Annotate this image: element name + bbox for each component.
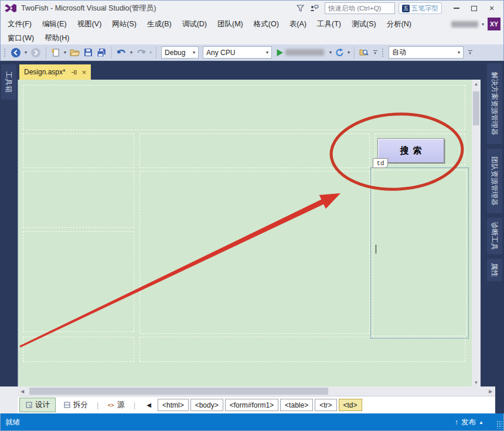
td-tag-label[interactable]: td bbox=[373, 158, 388, 168]
table-cell-bottom-right[interactable] bbox=[139, 337, 465, 362]
toolbar-separator bbox=[111, 47, 112, 59]
sidebar-tab-solution-explorer[interactable]: 解决方案资源管理器 bbox=[487, 63, 502, 144]
toolbar-separator bbox=[46, 47, 46, 59]
navigate-back-button[interactable] bbox=[9, 46, 22, 59]
maximize-button[interactable] bbox=[465, 2, 483, 15]
toolbar-overflow-icon[interactable]: ▾ bbox=[466, 50, 474, 55]
table-cell-header[interactable] bbox=[23, 85, 465, 130]
save-all-button[interactable] bbox=[96, 46, 108, 59]
vertical-scrollbar[interactable]: ▲ ▼ bbox=[472, 80, 481, 386]
new-item-dropdown-icon[interactable]: ▾ bbox=[63, 50, 67, 55]
source-view-label: 源 bbox=[117, 400, 125, 410]
split-view-button[interactable]: 拆分 bbox=[57, 398, 94, 412]
scroll-right-icon[interactable]: ▶ bbox=[486, 386, 495, 396]
feedback-icon[interactable] bbox=[307, 2, 321, 14]
resize-grip[interactable] bbox=[496, 420, 502, 429]
breadcrumb-back-icon[interactable]: ◀ bbox=[144, 399, 154, 411]
chevron-down-icon[interactable]: ▾ bbox=[482, 22, 484, 27]
minimize-button[interactable] bbox=[448, 2, 465, 15]
undo-dropdown-icon[interactable]: ▾ bbox=[130, 50, 133, 55]
open-file-button[interactable] bbox=[69, 46, 81, 59]
start-debug-dropdown-icon[interactable]: ▾ bbox=[329, 50, 332, 55]
breadcrumb-form-tag[interactable]: <form#form1> bbox=[225, 399, 278, 411]
toolbar-grip[interactable] bbox=[382, 48, 384, 57]
ime-indicator[interactable]: 五 五笔字型 bbox=[399, 2, 442, 14]
avatar[interactable]: XY bbox=[488, 18, 500, 30]
solution-configuration-combo[interactable]: Debug ▾ bbox=[161, 46, 199, 59]
table-cell-left-2[interactable] bbox=[23, 171, 134, 228]
design-view-button[interactable]: 设计 bbox=[19, 398, 56, 412]
undo-button[interactable] bbox=[115, 46, 128, 59]
sidebar-tab-diagnostic-tools[interactable]: 诊断工具 bbox=[487, 218, 502, 254]
document-tab-design-aspx[interactable]: Design.aspx* × bbox=[19, 64, 91, 80]
redo-button[interactable] bbox=[135, 46, 147, 59]
menu-file[interactable]: 文件(F) bbox=[2, 18, 37, 31]
vertical-scroll-thumb[interactable] bbox=[473, 91, 479, 125]
standard-toolbar: ▾ ▾ ▾ ▾ Debug ▾ Any C bbox=[0, 45, 504, 61]
menu-row-2: 窗口(W) 帮助(H) bbox=[0, 32, 504, 45]
breadcrumb-tr-tag[interactable]: <tr> bbox=[315, 399, 336, 411]
horizontal-scroll-thumb[interactable] bbox=[29, 388, 328, 395]
sidebar-tab-team-explorer[interactable]: 团队资源管理器 bbox=[487, 149, 502, 213]
solution-platform-value: Any CPU bbox=[206, 49, 235, 57]
solution-platform-combo[interactable]: Any CPU ▾ bbox=[203, 46, 272, 59]
breadcrumb-body-tag[interactable]: <body> bbox=[190, 399, 223, 411]
quick-launch-input[interactable]: 快速启动 (Ctrl+Q) bbox=[325, 2, 395, 14]
menu-debug[interactable]: 调试(D) bbox=[177, 18, 212, 31]
table-cell-bottom-left[interactable] bbox=[23, 337, 134, 362]
menu-table[interactable]: 表(A) bbox=[284, 18, 312, 31]
menu-analyze[interactable]: 分析(N) bbox=[382, 18, 417, 31]
new-item-button[interactable] bbox=[50, 46, 62, 59]
scroll-left-icon[interactable]: ◀ bbox=[18, 386, 27, 396]
pin-icon[interactable] bbox=[71, 69, 77, 76]
start-debug-button[interactable] bbox=[275, 46, 327, 59]
table-cell-left-1[interactable] bbox=[23, 134, 134, 168]
split-view-icon bbox=[63, 402, 70, 409]
breadcrumb-html-tag[interactable]: <html> bbox=[158, 399, 189, 411]
breadcrumb-table-tag[interactable]: <table> bbox=[280, 399, 313, 411]
find-in-files-button[interactable] bbox=[358, 46, 370, 59]
design-view-label: 设计 bbox=[35, 400, 50, 410]
close-tab-icon[interactable]: × bbox=[82, 69, 87, 76]
menu-build[interactable]: 生成(B) bbox=[142, 18, 177, 31]
save-button[interactable] bbox=[83, 46, 94, 59]
user-name-blurred[interactable] bbox=[451, 21, 478, 28]
horizontal-scrollbar[interactable]: ◀ ▶ bbox=[18, 386, 495, 396]
redo-dropdown-icon[interactable]: ▾ bbox=[149, 50, 152, 55]
menu-help[interactable]: 帮助(H) bbox=[39, 32, 74, 45]
menu-tools[interactable]: 工具(T) bbox=[312, 18, 346, 31]
navigate-back-dropdown-icon[interactable]: ▾ bbox=[24, 50, 28, 55]
table-cell-left-3[interactable] bbox=[23, 231, 134, 332]
sidebar-tab-properties[interactable]: 属性 bbox=[487, 259, 502, 281]
menu-team[interactable]: 团队(M) bbox=[212, 18, 248, 31]
publish-button[interactable]: ↑ 发布 ▲ bbox=[455, 418, 499, 427]
menu-test[interactable]: 测试(S) bbox=[346, 18, 382, 31]
toolbar-grip[interactable] bbox=[4, 48, 6, 57]
menu-view[interactable]: 视图(V) bbox=[72, 18, 107, 31]
sidebar-tab-toolbox[interactable]: 工具箱 bbox=[1, 64, 16, 100]
toolbar-overflow-icon[interactable]: ▾ bbox=[372, 50, 379, 55]
menu-window[interactable]: 窗口(W) bbox=[2, 32, 39, 45]
ime-label: 五笔字型 bbox=[411, 4, 438, 13]
formatting-combo[interactable]: 自动 ▾ bbox=[389, 46, 464, 59]
source-view-button[interactable]: <> 源 bbox=[101, 398, 131, 412]
refresh-dropdown-icon[interactable]: ▾ bbox=[347, 50, 350, 55]
selected-td-cell[interactable] bbox=[370, 167, 469, 338]
scroll-up-icon[interactable]: ▲ bbox=[472, 80, 481, 88]
close-button[interactable]: × bbox=[483, 2, 500, 15]
editor-row: 搜索 td ▲ ▼ bbox=[18, 80, 481, 386]
table-cell-middle-top[interactable] bbox=[139, 134, 370, 168]
menu-edit[interactable]: 编辑(E) bbox=[37, 18, 72, 31]
horizontal-scroll-track[interactable] bbox=[27, 386, 486, 396]
menu-format[interactable]: 格式(O) bbox=[248, 18, 284, 31]
table-cell-middle-main[interactable] bbox=[139, 171, 370, 334]
chevron-down-icon: ▾ bbox=[263, 50, 268, 55]
scroll-down-icon[interactable]: ▼ bbox=[472, 378, 481, 386]
design-surface[interactable]: 搜索 td bbox=[18, 80, 472, 386]
navigate-forward-button[interactable] bbox=[29, 46, 42, 59]
formatting-combo-value: 自动 bbox=[392, 47, 406, 57]
menu-website[interactable]: 网站(S) bbox=[107, 18, 142, 31]
filter-icon[interactable] bbox=[293, 2, 307, 14]
breadcrumb-td-tag[interactable]: <td> bbox=[339, 399, 362, 411]
refresh-button[interactable] bbox=[334, 46, 345, 59]
